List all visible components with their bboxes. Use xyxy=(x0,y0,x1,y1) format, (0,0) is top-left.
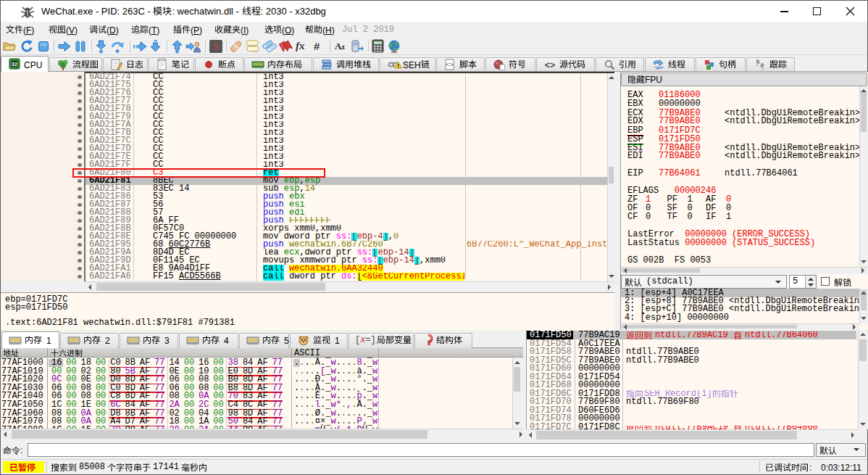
svg-text:S: S xyxy=(213,41,219,52)
svg-text:32: 32 xyxy=(12,62,17,67)
svg-text:<>: <> xyxy=(545,61,555,71)
svg-text:<>: <> xyxy=(446,62,454,69)
